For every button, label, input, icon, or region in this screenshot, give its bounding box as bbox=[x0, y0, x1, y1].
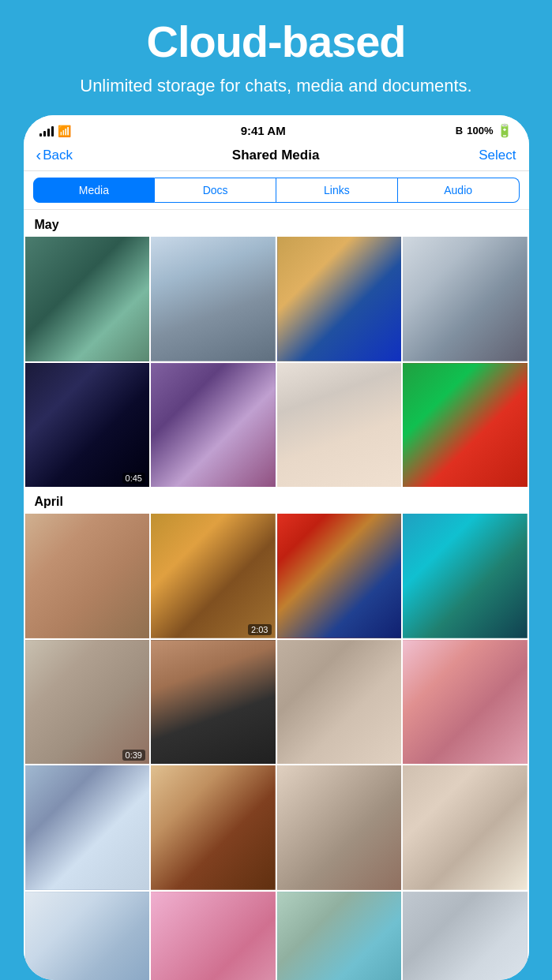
media-cell[interactable] bbox=[151, 765, 276, 890]
media-cell[interactable] bbox=[403, 363, 528, 488]
back-label: Back bbox=[43, 148, 73, 163]
media-cell[interactable] bbox=[403, 514, 528, 638]
video-duration: 0:45 bbox=[122, 473, 145, 484]
back-chevron-icon: ‹ bbox=[36, 146, 42, 164]
nav-title: Shared Media bbox=[232, 148, 320, 163]
select-button[interactable]: Select bbox=[479, 148, 516, 163]
media-cell[interactable]: 4:26 bbox=[403, 892, 528, 980]
tab-docs[interactable]: Docs bbox=[155, 178, 276, 203]
bluetooth-icon: B bbox=[456, 125, 463, 137]
signal-icon bbox=[39, 125, 54, 137]
april-grid: 2:03 0:39 bbox=[24, 514, 529, 890]
navigation-bar: ‹ Back Shared Media Select bbox=[24, 143, 529, 171]
media-cell[interactable]: 2:03 bbox=[151, 514, 276, 638]
battery-icon: 🔋 bbox=[497, 123, 513, 138]
media-cell[interactable] bbox=[277, 514, 402, 638]
media-cell[interactable] bbox=[403, 237, 528, 361]
video-duration: 0:39 bbox=[122, 750, 145, 761]
tab-links[interactable]: Links bbox=[276, 178, 398, 203]
media-cell[interactable] bbox=[151, 237, 276, 361]
media-cell[interactable] bbox=[25, 765, 150, 890]
media-cell[interactable]: 0:45 bbox=[25, 363, 150, 488]
status-right: B 100% 🔋 bbox=[456, 123, 513, 138]
may-grid: 0:45 bbox=[24, 237, 529, 487]
media-cell[interactable] bbox=[277, 363, 402, 488]
section-header-april: April bbox=[24, 487, 529, 514]
media-cell[interactable] bbox=[25, 237, 150, 361]
video-duration: 2:03 bbox=[248, 624, 271, 635]
media-cell[interactable]: 0:39 bbox=[25, 640, 150, 765]
media-cell[interactable] bbox=[151, 640, 276, 765]
media-cell[interactable] bbox=[277, 892, 402, 980]
media-cell[interactable] bbox=[151, 892, 276, 980]
media-cell[interactable] bbox=[277, 640, 402, 765]
media-cell[interactable] bbox=[25, 892, 150, 980]
status-time: 9:41 AM bbox=[241, 124, 286, 137]
tabs-bar: Media Docs Links Audio bbox=[24, 171, 529, 210]
media-cell[interactable] bbox=[403, 640, 528, 765]
media-content[interactable]: May 0:45 bbox=[24, 210, 529, 980]
hero-title: Cloud-based bbox=[130, 0, 421, 74]
section-header-may: May bbox=[24, 210, 529, 237]
media-cell[interactable] bbox=[277, 765, 402, 890]
hero-subtitle: Unlimited storage for chats, media and d… bbox=[48, 74, 503, 116]
phone-frame: 📶 9:41 AM B 100% 🔋 ‹ Back Shared Media S… bbox=[24, 115, 529, 980]
media-cell[interactable] bbox=[277, 237, 402, 361]
media-cell[interactable] bbox=[403, 765, 528, 890]
battery-percent: 100% bbox=[467, 125, 493, 137]
back-button[interactable]: ‹ Back bbox=[36, 146, 73, 164]
media-cell[interactable] bbox=[151, 363, 276, 488]
media-cell[interactable] bbox=[25, 514, 150, 638]
app-background: Cloud-based Unlimited storage for chats,… bbox=[0, 0, 552, 980]
bottom-grid: 4:26 bbox=[24, 892, 529, 980]
tab-media[interactable]: Media bbox=[33, 178, 156, 203]
status-bar: 📶 9:41 AM B 100% 🔋 bbox=[24, 115, 529, 143]
status-left: 📶 bbox=[39, 125, 71, 137]
tab-audio[interactable]: Audio bbox=[398, 178, 520, 203]
wifi-icon: 📶 bbox=[58, 125, 71, 137]
